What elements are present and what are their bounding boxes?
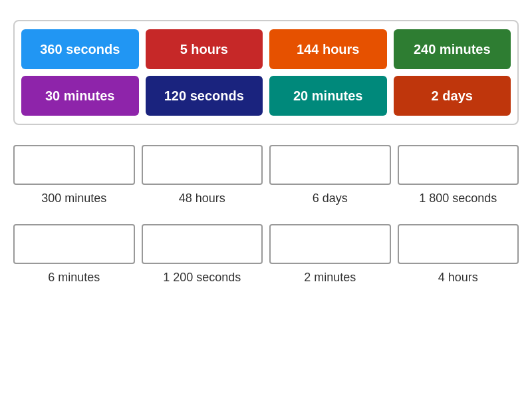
drop-row-1: 6 minutes1 200 seconds2 minutes4 hours <box>13 224 519 285</box>
card-row1-1[interactable]: 5 hours <box>146 29 263 69</box>
drop-box-1-2[interactable] <box>269 224 391 264</box>
card-row1-2[interactable]: 144 hours <box>269 29 387 69</box>
drop-label-1-2: 2 minutes <box>269 271 391 285</box>
drop-boxes-1 <box>13 224 519 264</box>
drop-box-0-1[interactable] <box>142 145 263 185</box>
card-row2-2[interactable]: 20 minutes <box>269 76 387 116</box>
top-card-section: 360 seconds5 hours144 hours240 minutes 3… <box>13 20 519 125</box>
drop-row-0: 300 minutes48 hours6 days1 800 seconds <box>13 145 519 205</box>
card-row-2: 30 minutes120 seconds20 minutes2 days <box>21 76 511 116</box>
drop-label-1-0: 6 minutes <box>13 271 135 285</box>
drop-labels-0: 300 minutes48 hours6 days1 800 seconds <box>13 192 519 205</box>
drop-box-0-0[interactable] <box>13 145 135 185</box>
card-row1-0[interactable]: 360 seconds <box>21 29 139 69</box>
drop-box-0-3[interactable] <box>398 145 519 185</box>
drop-label-1-3: 4 hours <box>398 271 519 285</box>
card-row1-3[interactable]: 240 minutes <box>394 29 511 69</box>
drop-box-1-0[interactable] <box>13 224 135 264</box>
card-row-1: 360 seconds5 hours144 hours240 minutes <box>21 29 511 69</box>
drop-labels-1: 6 minutes1 200 seconds2 minutes4 hours <box>13 271 519 285</box>
drop-section: 300 minutes48 hours6 days1 800 seconds6 … <box>13 145 519 285</box>
card-row2-0[interactable]: 30 minutes <box>21 76 139 116</box>
drop-box-0-2[interactable] <box>269 145 391 185</box>
card-row2-3[interactable]: 2 days <box>394 76 511 116</box>
drop-box-1-1[interactable] <box>142 224 263 264</box>
drop-boxes-0 <box>13 145 519 185</box>
drop-box-1-3[interactable] <box>398 224 519 264</box>
drop-label-0-1: 48 hours <box>142 192 263 205</box>
drop-label-1-1: 1 200 seconds <box>142 271 263 285</box>
drop-label-0-2: 6 days <box>269 192 391 205</box>
drop-label-0-3: 1 800 seconds <box>398 192 519 205</box>
drop-label-0-0: 300 minutes <box>13 192 135 205</box>
card-row2-1[interactable]: 120 seconds <box>146 76 263 116</box>
